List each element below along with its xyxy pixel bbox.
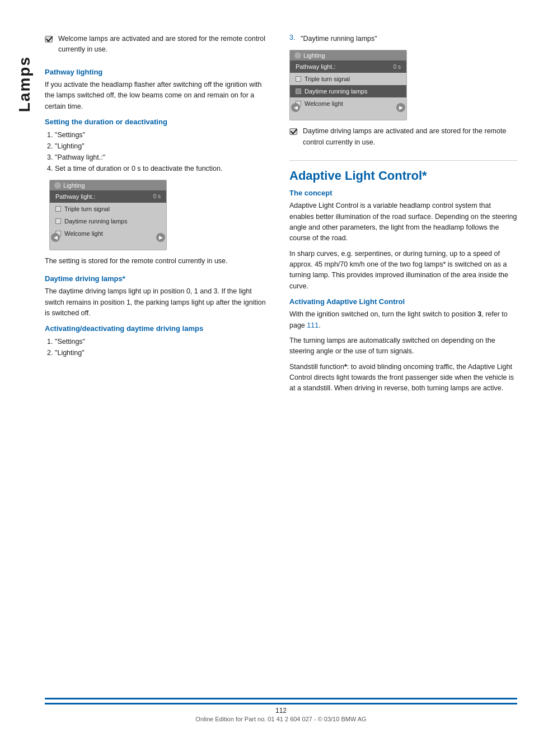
pathway-lighting-body: If you activate the headlamp flasher aft… [45, 80, 273, 112]
screen2-title-icon [294, 52, 301, 59]
screen2-row3-checkbox [296, 88, 301, 94]
daytime-body: The daytime driving lamps light up in po… [45, 286, 273, 319]
activating-body1: With the ignition switched on, turn the … [289, 309, 517, 331]
screen1-row1-label: Pathway light.: [55, 193, 153, 200]
screen1-row-2: Triple turn signal [50, 203, 166, 215]
concept-body2: In sharp curves, e.g. serpentines, or du… [289, 249, 517, 292]
activating-daytime-heading: Activating/deactivating daytime driving … [45, 324, 273, 333]
screen2-row1-label: Pathway light.: [296, 63, 394, 70]
daytime-heading: Daytime driving lamps* [45, 274, 273, 283]
screen2-title-bar: Lighting [290, 50, 406, 60]
welcome-lamps-check-block: Welcome lamps are activated and are stor… [45, 34, 273, 60]
screen1-right-btn: ▶ [156, 233, 165, 242]
screen2-row1-value: 0 s [394, 64, 401, 70]
screen2-row-3: Daytime running lamps [290, 85, 406, 97]
screen1-row2-checkbox [55, 206, 61, 212]
daytime-check-block: Daytime driving lamps are activated and … [289, 126, 517, 152]
step3-number: 3. [289, 34, 298, 41]
screen1-row3-checkbox [55, 218, 61, 224]
step1-item: "Settings" [55, 129, 273, 141]
screen2-left-btn: ◀ [291, 103, 300, 112]
screen2-row3-label: Daytime running lamps [305, 88, 401, 95]
setting-stored-text: The setting is stored for the remote con… [45, 256, 273, 267]
screen2-row-1: Pathway light.: 0 s [290, 60, 406, 73]
screen2-right-btn: ▶ [396, 103, 405, 112]
blue-check-icon [45, 34, 55, 44]
daytime-check-icon [289, 127, 299, 137]
daytime-check-text: Daytime driving lamps are activated and … [303, 126, 517, 148]
step3-item: "Pathway light.:" [55, 152, 273, 163]
page-111-link[interactable]: 111 [307, 321, 318, 329]
section-divider [289, 160, 517, 161]
steps1-list: "Settings" "Lighting" "Pathway light.:" … [55, 129, 273, 174]
activating-body2: The turning lamps are automatically swit… [289, 335, 517, 357]
activating-body3: Standstill function*: to avoid blinding … [289, 362, 517, 394]
sidebar-label: Lamps [16, 56, 34, 112]
steps2-list: "Settings" "Lighting" [55, 336, 273, 358]
footer-divider [45, 703, 517, 704]
screen1-row-3: Daytime running lamps [50, 215, 166, 227]
screen1-row3-label: Daytime running lamps [64, 218, 161, 225]
screen2-title: Lighting [303, 52, 325, 59]
pathway-lighting-heading: Pathway lighting [45, 68, 273, 76]
screen1-left-btn: ◀ [51, 233, 60, 242]
step3-text: "Daytime running lamps" [301, 34, 377, 44]
screen1-row-1: Pathway light.: 0 s [50, 190, 166, 203]
screen2-row2-label: Triple turn signal [305, 76, 401, 82]
step2-item: "Lighting" [55, 141, 273, 152]
left-column: Welcome lamps are activated and are stor… [45, 34, 273, 399]
step2-2-item: "Lighting" [55, 347, 273, 358]
screen1-title-bar: Lighting [50, 180, 166, 190]
screen-mockup-2: Lighting Pathway light.: 0 s Triple turn… [289, 50, 407, 120]
adaptive-light-heading: Adaptive Light Control* [289, 169, 517, 183]
page-number: 112 [45, 707, 517, 715]
step4-item: Set a time of duration or 0 s to deactiv… [55, 163, 273, 174]
screen1-row2-label: Triple turn signal [64, 206, 161, 212]
screen1-title-icon [54, 182, 61, 189]
right-column: 3. "Daytime running lamps" Lighting Path… [289, 34, 517, 399]
activating-adaptive-heading: Activating Adaptive Light Control [289, 297, 517, 306]
footer-copyright: Online Edition for Part no. 01 41 2 604 … [195, 716, 366, 722]
screen2-row-4: Welcome light [290, 97, 406, 110]
concept-heading: The concept [289, 189, 517, 197]
concept-body1: Adaptive Light Control is a variable hea… [289, 200, 517, 244]
screen1-row4-label: Welcome light [64, 230, 161, 237]
screen2-row2-checkbox [296, 76, 301, 82]
screen-mockup-1: Lighting Pathway light.: 0 s Triple turn… [49, 180, 167, 250]
step2-1-item: "Settings" [55, 336, 273, 347]
step3-block: 3. "Daytime running lamps" [289, 34, 517, 44]
screen2-row-2: Triple turn signal [290, 73, 406, 85]
footer: 112 Online Edition for Part no. 01 41 2 … [45, 698, 517, 722]
screen2-row4-label: Welcome light [305, 100, 401, 107]
screen1-title: Lighting [63, 182, 85, 189]
setting-heading: Setting the duration or deactivating [45, 118, 273, 126]
screen1-row-4: Welcome light [50, 227, 166, 240]
welcome-lamps-text: Welcome lamps are activated and are stor… [58, 34, 273, 55]
screen1-row1-value: 0 s [153, 193, 161, 199]
